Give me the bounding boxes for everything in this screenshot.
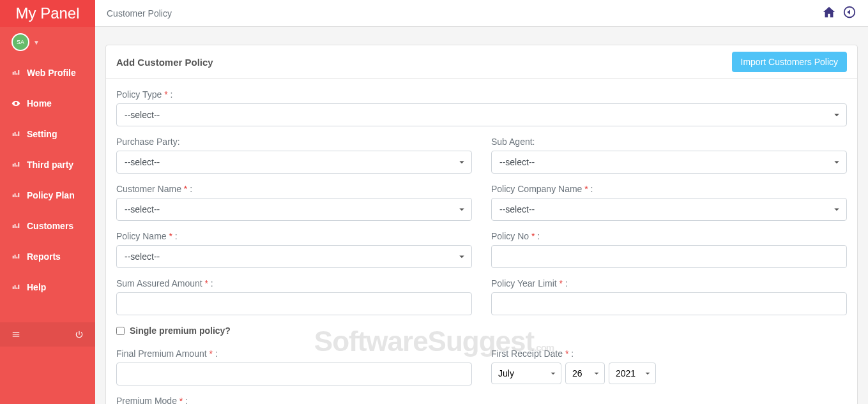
policy-no-input[interactable]: [491, 245, 847, 268]
chart-bar-icon: [11, 130, 20, 138]
sidebar-item-help[interactable]: Help: [0, 272, 95, 303]
brand-title: My Panel: [0, 0, 95, 27]
policy-name-label: Policy Name * :: [116, 231, 472, 241]
import-customers-policy-button[interactable]: Import Customers Policy: [732, 52, 847, 72]
policy-type-select[interactable]: --select--: [116, 103, 847, 126]
chart-bar-icon: [11, 252, 20, 261]
sidebar-item-label: Third party: [27, 160, 73, 170]
policy-name-select[interactable]: --select--: [116, 245, 472, 268]
policy-company-select[interactable]: --select--: [491, 198, 847, 221]
single-premium-checkbox[interactable]: [116, 327, 125, 335]
panel-header: Add Customer Policy Import Customers Pol…: [106, 45, 857, 79]
single-premium-label: Single premium policy?: [130, 325, 231, 336]
final-premium-label: Final Premium Amount * :: [116, 348, 472, 359]
eye-icon: [11, 99, 20, 108]
first-receipt-month-select[interactable]: July: [491, 363, 561, 384]
sidebar-item-label: Web Profile: [27, 68, 76, 78]
sidebar-item-label: Policy Plan: [27, 190, 75, 200]
sidebar-item-customers[interactable]: Customers: [0, 211, 95, 241]
premium-mode-label: Premium Mode * :: [116, 396, 847, 404]
sidebar-item-policy-plan[interactable]: Policy Plan: [0, 180, 95, 211]
chart-bar-icon: [11, 191, 20, 200]
purchase-party-select[interactable]: --select--: [116, 151, 472, 174]
breadcrumb: Customer Policy: [107, 8, 172, 19]
avatar: SA: [11, 33, 29, 51]
first-receipt-label: First Receipt Date * :: [491, 348, 847, 359]
sum-assured-input[interactable]: [116, 292, 472, 315]
sum-assured-label: Sum Assured Amount * :: [116, 278, 472, 288]
sidebar-item-home[interactable]: Home: [0, 88, 95, 119]
panel-body: Policy Type * : --select-- Purchase Part…: [106, 79, 857, 404]
panel: Add Customer Policy Import Customers Pol…: [105, 45, 858, 404]
customer-name-label: Customer Name * :: [116, 184, 472, 194]
home-icon[interactable]: [822, 5, 836, 21]
avatar-menu[interactable]: SA ▼: [0, 27, 95, 57]
sidebar-item-label: Customers: [27, 221, 73, 231]
sidebar-item-label: Home: [27, 98, 52, 108]
sidebar-item-reports[interactable]: Reports: [0, 241, 95, 272]
policy-year-limit-label: Policy Year Limit * :: [491, 278, 847, 288]
chart-bar-icon: [11, 283, 20, 292]
chart-bar-icon: [11, 68, 20, 77]
purchase-party-label: Purchase Party:: [116, 137, 472, 147]
panel-title: Add Customer Policy: [116, 57, 213, 68]
sidebar-item-web-profile[interactable]: Web Profile: [0, 57, 95, 88]
policy-no-label: Policy No * :: [491, 231, 847, 241]
caret-down-icon: ▼: [33, 39, 40, 46]
first-receipt-year-select[interactable]: 2021: [609, 363, 656, 384]
policy-year-limit-input[interactable]: [491, 292, 847, 315]
menu-icon[interactable]: [11, 330, 20, 339]
policy-company-label: Policy Company Name * :: [491, 184, 847, 194]
content-area: Add Customer Policy Import Customers Pol…: [95, 27, 868, 404]
back-circle-icon[interactable]: [842, 5, 857, 21]
chart-bar-icon: [11, 160, 20, 169]
policy-type-label: Policy Type * :: [116, 89, 847, 100]
sidebar-item-label: Reports: [27, 251, 61, 262]
chart-bar-icon: [11, 221, 20, 230]
sidebar-item-label: Setting: [27, 129, 57, 139]
topbar: Customer Policy: [95, 0, 868, 27]
sidebar-item-label: Help: [27, 282, 46, 292]
sidebar: My Panel SA ▼ Web Profile Home Setting T…: [0, 0, 95, 404]
final-premium-input[interactable]: [116, 363, 472, 385]
sidebar-item-setting[interactable]: Setting: [0, 119, 95, 149]
sidebar-footer: [0, 322, 95, 347]
first-receipt-day-select[interactable]: 26: [565, 363, 605, 384]
sub-agent-select[interactable]: --select--: [491, 151, 847, 174]
sidebar-item-third-party[interactable]: Third party: [0, 149, 95, 180]
power-icon[interactable]: [75, 330, 84, 339]
customer-name-select[interactable]: --select--: [116, 198, 472, 221]
sub-agent-label: Sub Agent:: [491, 137, 847, 147]
